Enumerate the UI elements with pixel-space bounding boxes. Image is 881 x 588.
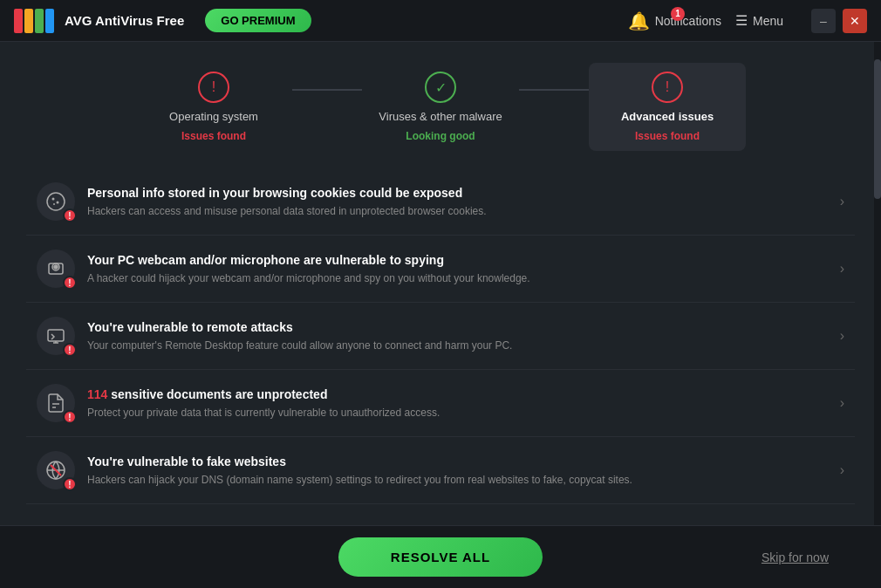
minimize-button[interactable]: – <box>811 9 836 33</box>
step-status-advanced: Issues found <box>635 130 700 142</box>
svg-point-2 <box>57 202 59 204</box>
scrollbar-track[interactable] <box>874 42 881 525</box>
issue-title-documents: 114 sensitive documents are unprotected <box>87 386 828 402</box>
issue-icon-wrap-documents: ! <box>37 384 75 422</box>
chevron-right-icon-remote: › <box>840 328 844 344</box>
skip-for-now-button[interactable]: Skip for now <box>761 550 829 564</box>
step-status-os: Issues found <box>181 130 246 142</box>
chevron-right-icon-documents: › <box>840 395 844 411</box>
step-circle-os: ! <box>198 72 229 103</box>
issue-icon-wrap-remote: ! <box>37 317 75 355</box>
issue-icon-wrap-dns: ! <box>37 451 75 489</box>
issues-list: ! Personal info stored in your browsing … <box>0 168 881 517</box>
window-controls: – ✕ <box>811 9 867 33</box>
resolve-all-button[interactable]: RESOLVE ALL <box>338 537 543 577</box>
issue-icon-wrap-webcam: ! <box>37 250 75 288</box>
issue-title-dns: You're vulnerable to fake websites <box>87 454 828 469</box>
app-name: AVG AntiVirus Free <box>65 13 184 28</box>
issue-webcam[interactable]: ! Your PC webcam and/or microphone are v… <box>26 236 855 303</box>
go-premium-button[interactable]: GO PREMIUM <box>205 9 311 32</box>
logo-area: AVG AntiVirus Free GO PREMIUM <box>14 9 628 33</box>
issue-desc-cookies: Hackers can access and misuse personal d… <box>87 204 828 219</box>
menu-button[interactable]: ☰ Menu <box>735 12 783 29</box>
step-advanced[interactable]: ! Advanced issues Issues found <box>589 63 746 151</box>
issue-firewall[interactable]: ! Your firewall could be improved Your c… <box>26 504 855 517</box>
step-name-advanced: Advanced issues <box>621 110 714 123</box>
logo-block-blue <box>45 9 54 33</box>
issue-title-remote: You're vulnerable to remote attacks <box>87 319 828 335</box>
issue-documents[interactable]: ! 114 sensitive documents are unprotecte… <box>26 370 855 437</box>
issue-desc-dns: Hackers can hijack your DNS (domain name… <box>87 473 828 488</box>
footer: RESOLVE ALL Skip for now <box>0 525 881 588</box>
issue-text-remote: You're vulnerable to remote attacks Your… <box>87 319 828 353</box>
step-name-viruses: Viruses & other malware <box>379 110 502 123</box>
issue-badge-documents: ! <box>63 410 77 424</box>
step-circle-advanced: ! <box>652 72 683 103</box>
issue-title-webcam: Your PC webcam and/or microphone are vul… <box>87 252 828 268</box>
svg-point-1 <box>52 198 55 201</box>
notifications-label: Notifications <box>655 14 721 28</box>
chevron-right-icon-cookies: › <box>840 194 844 209</box>
step-connector-1 <box>292 89 362 91</box>
step-viruses[interactable]: ✓ Viruses & other malware Looking good <box>362 72 519 142</box>
hamburger-icon: ☰ <box>735 12 748 29</box>
logo-block-yellow <box>24 9 33 33</box>
issue-badge-webcam: ! <box>63 276 77 290</box>
issue-remote[interactable]: ! You're vulnerable to remote attacks Yo… <box>26 303 855 370</box>
steps-bar: ! Operating system Issues found ✓ Viruse… <box>0 42 881 168</box>
svg-point-6 <box>54 265 58 269</box>
bell-icon: 🔔 <box>628 10 650 31</box>
issue-dns[interactable]: ! You're vulnerable to fake websites Hac… <box>26 437 855 504</box>
chevron-right-icon-webcam: › <box>840 261 844 277</box>
avg-logo <box>14 9 54 33</box>
logo-block-red <box>14 9 23 33</box>
issue-desc-webcam: A hacker could hijack your webcam and/or… <box>87 271 828 286</box>
step-status-viruses: Looking good <box>406 130 475 142</box>
svg-point-0 <box>47 193 65 210</box>
issue-desc-documents: Protect your private data that is curren… <box>87 406 828 420</box>
close-button[interactable]: ✕ <box>843 9 867 33</box>
svg-point-3 <box>53 203 55 205</box>
titlebar-right: 🔔 1 Notifications ☰ Menu – ✕ <box>628 9 867 33</box>
issue-badge-cookies: ! <box>63 209 77 222</box>
scrollbar-thumb[interactable] <box>874 59 881 199</box>
step-name-os: Operating system <box>169 110 258 123</box>
logo-block-green <box>35 9 44 33</box>
issue-text-webcam: Your PC webcam and/or microphone are vul… <box>87 252 828 286</box>
svg-rect-7 <box>48 330 64 341</box>
issue-desc-remote: Your computer's Remote Desktop feature c… <box>87 338 828 353</box>
step-circle-viruses: ✓ <box>425 72 456 103</box>
issue-badge-dns: ! <box>63 477 77 491</box>
issue-title-cookies: Personal info stored in your browsing co… <box>87 185 828 201</box>
issue-text-documents: 114 sensitive documents are unprotected … <box>87 386 828 420</box>
notifications-button[interactable]: 🔔 1 Notifications <box>628 10 721 31</box>
issue-text-dns: You're vulnerable to fake websites Hacke… <box>87 454 828 488</box>
step-operating-system[interactable]: ! Operating system Issues found <box>135 72 292 142</box>
issue-badge-remote: ! <box>63 343 77 357</box>
document-count: 114 <box>87 387 107 401</box>
step-connector-2 <box>519 89 589 91</box>
menu-label: Menu <box>753 14 783 28</box>
issue-icon-wrap-cookies: ! <box>37 182 75 221</box>
titlebar: AVG AntiVirus Free GO PREMIUM 🔔 1 Notifi… <box>0 0 881 42</box>
issue-cookies[interactable]: ! Personal info stored in your browsing … <box>26 168 855 236</box>
notification-badge: 1 <box>671 7 685 21</box>
chevron-right-icon-dns: › <box>840 462 844 478</box>
issue-text-cookies: Personal info stored in your browsing co… <box>87 185 828 219</box>
